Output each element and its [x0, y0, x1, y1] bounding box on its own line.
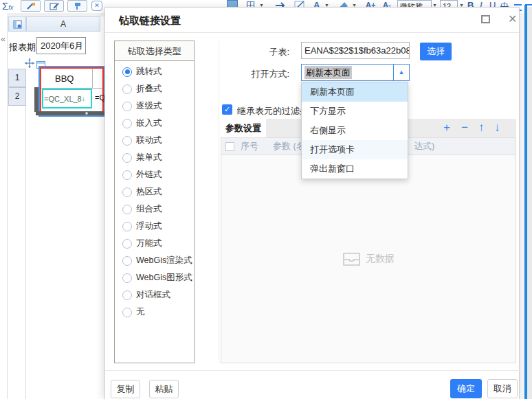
select-all-checkbox[interactable] [225, 142, 234, 151]
param-column-header-left: 参数 (名 [273, 138, 305, 155]
maximize-icon[interactable] [481, 15, 490, 23]
cell-bbq[interactable]: BBQ [41, 69, 102, 89]
empty-tray-icon [342, 252, 361, 266]
subtable-label: 子表: [221, 46, 289, 58]
open-mode-value: 刷新本页面 [304, 66, 352, 79]
radio-embed[interactable]: 嵌入式 [115, 115, 194, 132]
open-mode-label: 打开方式: [221, 68, 289, 80]
drill-link-dialog: 钻取链接设置 ✕ 钻取选择类型 跳转式 折叠式 逐级式 嵌入式 联动式 菜单式 … [104, 7, 520, 399]
ok-button[interactable]: 确定 [450, 379, 482, 398]
grid-corner-icon [13, 20, 22, 29]
paste-button[interactable]: 粘贴 [149, 380, 179, 398]
radio-universal[interactable]: 万能式 [115, 235, 194, 252]
drill-marker-icon: ↓ [82, 95, 85, 102]
radio-float[interactable]: 浮动式 [115, 218, 194, 235]
radio-level[interactable]: 逐级式 [115, 98, 194, 115]
drill-type-header: 钻取选择类型 [115, 41, 194, 61]
radio-fold[interactable]: 折叠式 [115, 80, 194, 98]
copy-button[interactable]: 复制 [111, 380, 140, 398]
param-table-body: 无数据 [221, 155, 516, 363]
open-mode-option[interactable]: 下方显示 [302, 102, 408, 121]
radio-icon [122, 256, 132, 266]
empty-state: 无数据 [342, 252, 395, 266]
footer-separator [105, 370, 520, 371]
format-brush-icon[interactable] [67, 0, 87, 12]
report-canvas: « A 报表期 2020年6月 1 2 BBQ =QC_XL_8 ↓ =Q [0, 13, 110, 399]
row-header-2[interactable]: 2 [8, 87, 26, 106]
row-header-1[interactable]: 1 [8, 69, 26, 87]
move-down-icon[interactable]: ↓ [494, 119, 500, 137]
radio-icon [122, 84, 132, 94]
add-param-icon[interactable]: + [443, 119, 450, 137]
select-button[interactable]: 选择 [420, 43, 452, 60]
open-mode-option[interactable]: 弹出新窗口 [302, 159, 408, 179]
chevron-up-icon[interactable]: ▲ [393, 65, 409, 80]
radio-icon [122, 222, 132, 231]
cancel-button[interactable]: 取消 [487, 379, 518, 398]
open-mode-option[interactable]: 右侧显示 [302, 121, 408, 140]
radio-icon [122, 205, 132, 214]
block-red-border: BBQ =QC_XL_8 ↓ =Q [40, 67, 104, 115]
column-header-a[interactable]: A [26, 16, 100, 32]
highlight-pen-icon[interactable] [21, 0, 41, 12]
cell-formula-next[interactable]: =Q [95, 93, 105, 102]
period-input[interactable]: 2020年6月 [36, 37, 86, 54]
title-separator [105, 32, 519, 33]
selected-formula-cell[interactable]: =QC_XL_8 ↓ [42, 89, 92, 109]
radio-external[interactable]: 外链式 [115, 166, 194, 183]
radio-webgis-graphic[interactable]: WebGis图形式 [115, 269, 194, 286]
radio-hotzone[interactable]: 热区式 [115, 183, 194, 201]
radio-icon [122, 170, 132, 180]
remove-param-icon[interactable]: − [461, 119, 468, 137]
dialog-title: 钻取链接设置 [119, 14, 181, 27]
move-handle-icon[interactable] [25, 58, 34, 71]
right-panel-strip [527, 7, 532, 399]
clear-formula-icon[interactable]: ✕ [91, 1, 102, 11]
open-mode-option[interactable]: 打开选项卡 [302, 140, 408, 159]
tab-param-settings[interactable]: 参数设置 [221, 119, 266, 137]
radio-icon [122, 102, 132, 111]
seq-column-header: 序号 [241, 138, 258, 155]
empty-text: 无数据 [366, 253, 395, 265]
move-up-icon[interactable]: ↑ [478, 119, 485, 137]
radio-icon [122, 67, 132, 77]
radio-icon [122, 239, 132, 249]
sum-formula-icon[interactable]: Σfx [2, 0, 13, 12]
radio-combo[interactable]: 组合式 [115, 201, 194, 218]
radio-icon [122, 153, 132, 163]
floating-report-block[interactable]: BBQ =QC_XL_8 ↓ =Q [38, 66, 105, 117]
radio-icon [122, 187, 132, 197]
close-icon[interactable]: ✕ [508, 12, 517, 25]
content-divider [219, 41, 219, 363]
select-all-corner[interactable] [8, 16, 26, 32]
edit-cell-icon[interactable] [44, 0, 64, 12]
radio-icon [122, 273, 132, 283]
radio-jump[interactable]: 跳转式 [115, 63, 194, 80]
radio-none[interactable]: 无 [115, 304, 194, 321]
open-mode-option[interactable]: 刷新本页面 [302, 82, 408, 102]
subtable-input[interactable]: EANA$2$2$1$fb63a22b082 [301, 42, 410, 59]
resize-handle[interactable] [85, 112, 88, 115]
radio-linkage[interactable]: 联动式 [115, 132, 194, 149]
inherit-filter-checkbox[interactable]: ✓ [222, 104, 232, 115]
radio-menu[interactable]: 菜单式 [115, 149, 194, 166]
panel-divider [7, 13, 8, 399]
radio-icon [122, 136, 132, 146]
open-mode-combobox[interactable]: 刷新本页面 ▲ [301, 64, 410, 81]
open-mode-dropdown: 刷新本页面 下方显示 右侧显示 打开选项卡 弹出新窗口 [301, 82, 408, 179]
radio-webgis-render[interactable]: WebGis渲染式 [115, 252, 194, 269]
drill-type-panel: 钻取选择类型 跳转式 折叠式 逐级式 嵌入式 联动式 菜单式 外链式 热区式 组… [114, 41, 195, 363]
period-label: 报表期 [9, 41, 36, 54]
collapse-panel-icon[interactable]: « [1, 34, 5, 44]
selection-bottom-bar [36, 111, 105, 115]
radio-icon [122, 290, 132, 300]
radio-icon [122, 308, 132, 317]
radio-dialog-type[interactable]: 对话框式 [115, 286, 194, 304]
param-column-header-right: 达式) [414, 138, 434, 155]
row-header-divider [25, 106, 26, 399]
radio-icon [122, 119, 132, 128]
